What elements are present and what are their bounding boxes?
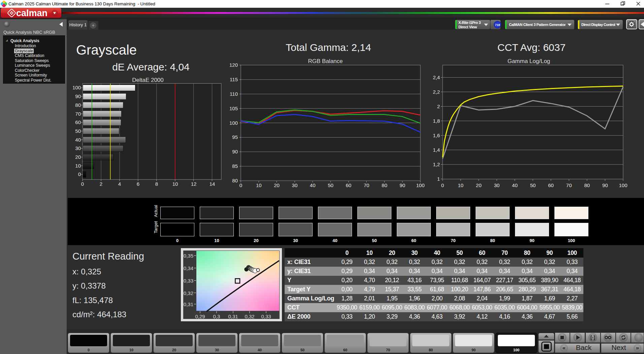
svg-text:2: 2 <box>100 181 102 187</box>
svg-text:Grayscale: Grayscale <box>76 42 137 57</box>
svg-text:0: 0 <box>239 182 242 188</box>
svg-text:1,4: 1,4 <box>433 147 440 153</box>
svg-text:10: 10 <box>75 163 81 169</box>
svg-text:100: 100 <box>619 182 627 188</box>
svg-text:dE Average: 4,04: dE Average: 4,04 <box>112 61 190 72</box>
svg-text:40: 40 <box>75 137 81 143</box>
svg-text:10: 10 <box>256 182 262 188</box>
svg-text:50: 50 <box>328 182 333 188</box>
svg-text:1,8: 1,8 <box>433 118 440 124</box>
svg-text:Total Gamma: 2,14: Total Gamma: 2,14 <box>286 42 371 53</box>
svg-text:20: 20 <box>75 154 81 160</box>
svg-text:90: 90 <box>232 149 238 154</box>
svg-text:85: 85 <box>232 163 238 169</box>
svg-text:30: 30 <box>292 182 298 188</box>
svg-text:100: 100 <box>416 182 424 188</box>
svg-text:20: 20 <box>274 182 280 188</box>
svg-text:50: 50 <box>530 182 536 188</box>
svg-text:2,4: 2,4 <box>433 75 440 80</box>
svg-text:12: 12 <box>191 181 197 187</box>
svg-text:Gamma Log/Log: Gamma Log/Log <box>508 58 550 64</box>
svg-text:80: 80 <box>232 178 238 183</box>
svg-text:100: 100 <box>229 120 238 126</box>
svg-text:20: 20 <box>476 182 482 188</box>
svg-text:10: 10 <box>458 182 463 188</box>
svg-text:40: 40 <box>310 182 316 188</box>
svg-text:115: 115 <box>230 77 238 82</box>
svg-text:70: 70 <box>566 182 572 188</box>
svg-text:50: 50 <box>75 128 81 134</box>
svg-text:100: 100 <box>72 85 81 90</box>
svg-text:14: 14 <box>210 181 215 187</box>
svg-text:90: 90 <box>399 182 405 188</box>
svg-text:60: 60 <box>548 182 554 188</box>
svg-text:30: 30 <box>75 145 81 151</box>
svg-text:70: 70 <box>364 182 369 188</box>
svg-text:1: 1 <box>437 176 440 182</box>
svg-text:60: 60 <box>75 119 81 125</box>
svg-text:2: 2 <box>437 104 440 109</box>
svg-text:1,2: 1,2 <box>433 161 440 167</box>
svg-text:0: 0 <box>81 181 84 187</box>
svg-text:80: 80 <box>75 102 81 108</box>
svg-text:2,2: 2,2 <box>433 89 440 95</box>
svg-text:4: 4 <box>118 181 121 187</box>
svg-text:0: 0 <box>78 171 81 177</box>
svg-text:80: 80 <box>584 182 590 188</box>
svg-text:80: 80 <box>382 182 387 188</box>
svg-text:DeltaE 2000: DeltaE 2000 <box>132 77 164 83</box>
svg-text:0: 0 <box>441 182 444 188</box>
svg-text:30: 30 <box>494 182 500 188</box>
svg-text:90: 90 <box>75 93 81 99</box>
svg-text:CCT Avg: 6037: CCT Avg: 6037 <box>497 42 566 53</box>
svg-text:1,6: 1,6 <box>433 132 440 138</box>
svg-text:10: 10 <box>172 181 178 187</box>
svg-text:110: 110 <box>230 91 238 97</box>
svg-text:40: 40 <box>512 182 518 188</box>
svg-text:90: 90 <box>602 182 608 188</box>
svg-text:70: 70 <box>75 111 81 117</box>
svg-text:105: 105 <box>229 106 238 111</box>
svg-text:8: 8 <box>155 181 158 187</box>
svg-text:RGB Balance: RGB Balance <box>308 58 343 64</box>
svg-text:95: 95 <box>232 134 238 140</box>
svg-text:120: 120 <box>229 62 238 68</box>
svg-text:60: 60 <box>346 182 351 188</box>
svg-text:6: 6 <box>137 181 139 187</box>
